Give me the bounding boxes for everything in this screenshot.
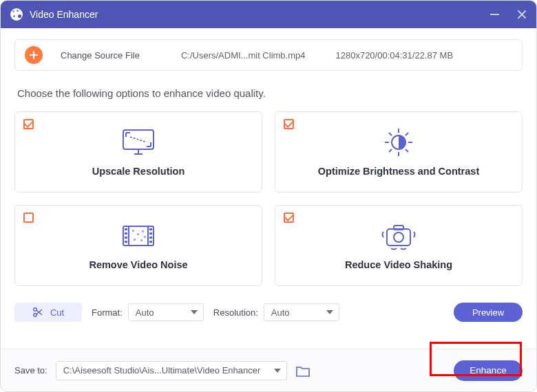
card-label: Upscale Resolution	[92, 166, 185, 177]
app-title: Video Enhancer	[30, 9, 490, 20]
svg-line-12	[406, 133, 408, 135]
format-value: Auto	[136, 307, 154, 318]
svg-rect-27	[134, 239, 136, 241]
chevron-down-icon	[191, 310, 198, 314]
film-icon	[120, 221, 156, 251]
svg-rect-20	[149, 228, 152, 230]
titlebar: Video Enhancer	[1, 1, 536, 28]
svg-line-9	[389, 133, 392, 135]
svg-line-10	[406, 149, 408, 152]
svg-rect-13	[123, 226, 154, 246]
checkbox-shaking[interactable]	[284, 213, 294, 223]
svg-point-32	[394, 232, 403, 242]
svg-rect-31	[394, 226, 403, 230]
camera-shake-icon	[380, 221, 417, 251]
chevron-down-icon	[326, 310, 333, 314]
monitor-icon	[120, 127, 156, 157]
preview-button[interactable]: Preview	[454, 303, 523, 322]
svg-rect-30	[387, 229, 410, 246]
svg-rect-26	[142, 230, 144, 232]
save-path-value: C:\Aiseesoft Studio\Ais...Ultimate\Video…	[63, 365, 261, 375]
options-grid: Upscale Resolution Optimize Brightness a…	[14, 111, 523, 286]
app-icon	[10, 8, 23, 21]
source-file-row: Change Source File C:/Users/ADMI...mit C…	[14, 39, 523, 71]
svg-rect-16	[125, 228, 127, 230]
source-file-meta: 1280x720/00:04:31/22.87 MB	[335, 50, 453, 61]
scissors-icon	[32, 307, 43, 318]
format-label: Format:	[92, 307, 123, 318]
svg-line-36	[36, 309, 42, 314]
checkbox-brightness[interactable]	[284, 119, 294, 129]
svg-rect-19	[125, 241, 127, 243]
format-select[interactable]: Auto	[128, 303, 204, 321]
svg-rect-24	[132, 230, 134, 232]
resolution-select[interactable]: Auto	[264, 303, 339, 321]
sun-icon	[381, 127, 416, 157]
svg-line-35	[36, 310, 42, 315]
resolution-value: Auto	[271, 307, 290, 318]
svg-rect-18	[125, 237, 127, 239]
close-button[interactable]	[517, 10, 527, 19]
cut-button[interactable]: Cut	[14, 303, 82, 322]
change-source-label: Change Source File	[61, 50, 140, 61]
card-upscale-resolution[interactable]: Upscale Resolution	[14, 111, 262, 193]
card-label: Reduce Video Shaking	[345, 259, 452, 270]
card-label: Optimize Brightness and Contrast	[318, 166, 479, 177]
minimize-button[interactable]	[490, 14, 499, 15]
enhance-button[interactable]: Enhance	[454, 360, 523, 381]
instruction-text: Choose the following options to enhance …	[17, 87, 520, 99]
checkbox-upscale[interactable]	[23, 119, 34, 129]
svg-rect-28	[140, 239, 143, 241]
chevron-down-icon	[274, 369, 281, 373]
svg-point-33	[34, 308, 37, 312]
card-remove-noise[interactable]: Remove Video Noise	[14, 205, 262, 286]
save-to-label: Save to:	[14, 365, 48, 375]
svg-rect-29	[144, 236, 146, 238]
card-label: Remove Video Noise	[89, 259, 187, 270]
open-folder-button[interactable]	[295, 365, 309, 376]
svg-rect-22	[149, 237, 152, 239]
resolution-label: Resolution:	[213, 307, 258, 318]
checkbox-noise[interactable]	[23, 213, 34, 223]
app-window: Video Enhancer Change Source File C:/Use…	[0, 0, 537, 392]
svg-line-1	[130, 137, 147, 142]
svg-line-11	[389, 149, 392, 152]
svg-rect-25	[137, 233, 139, 235]
cut-label: Cut	[50, 307, 64, 318]
footer: Save to: C:\Aiseesoft Studio\Ais...Ultim…	[1, 349, 536, 391]
card-reduce-shaking[interactable]: Reduce Video Shaking	[275, 205, 523, 286]
svg-rect-21	[149, 232, 152, 235]
controls-row: Cut Format: Auto Resolution: Auto Previe…	[14, 303, 523, 322]
svg-rect-17	[125, 232, 127, 235]
card-brightness-contrast[interactable]: Optimize Brightness and Contrast	[275, 111, 523, 193]
source-file-path: C:/Users/ADMI...mit Climb.mp4	[181, 50, 306, 61]
save-path-select[interactable]: C:\Aiseesoft Studio\Ais...Ultimate\Video…	[56, 361, 287, 380]
change-source-button[interactable]	[25, 46, 43, 64]
svg-point-34	[34, 314, 37, 317]
svg-rect-23	[149, 241, 152, 243]
